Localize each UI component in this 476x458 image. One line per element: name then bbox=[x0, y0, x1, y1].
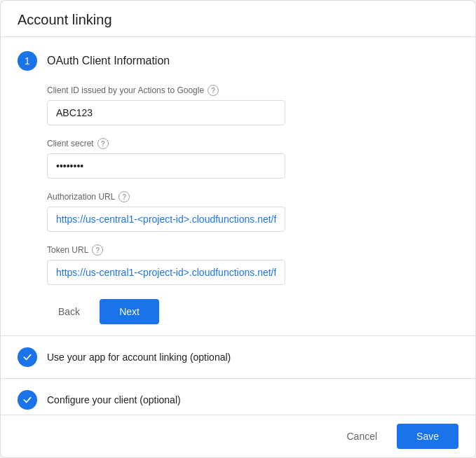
client-secret-help-icon[interactable]: ? bbox=[97, 138, 109, 149]
authorization-url-input[interactable] bbox=[47, 207, 285, 232]
step3-label: Configure your client (optional) bbox=[47, 394, 181, 405]
token-url-field-group: Token URL ? bbox=[47, 244, 458, 285]
step2-badge bbox=[18, 347, 37, 367]
client-secret-input[interactable] bbox=[47, 153, 285, 179]
client-id-field-group: Client ID issued by your Actions to Goog… bbox=[47, 85, 458, 125]
step1-section: 1 OAuth Client Information Client ID iss… bbox=[1, 37, 475, 336]
step3-badge bbox=[18, 390, 37, 410]
step1-form: Client ID issued by your Actions to Goog… bbox=[18, 85, 458, 324]
client-id-label: Client ID issued by your Actions to Goog… bbox=[47, 85, 458, 96]
dialog-footer: Cancel Save bbox=[1, 415, 475, 457]
step3-section: Configure your client (optional) bbox=[1, 379, 475, 415]
step1-badge: 1 bbox=[18, 51, 37, 71]
back-button[interactable]: Back bbox=[47, 300, 91, 323]
dialog-header: Account linking bbox=[1, 1, 475, 37]
token-url-input[interactable] bbox=[47, 260, 285, 285]
authorization-url-help-icon[interactable]: ? bbox=[118, 191, 130, 202]
dialog-body: 1 OAuth Client Information Client ID iss… bbox=[1, 37, 475, 415]
client-secret-label: Client secret ? bbox=[47, 138, 458, 149]
step2-section: Use your app for account linking (option… bbox=[1, 336, 475, 379]
step1-title: OAuth Client Information bbox=[47, 55, 170, 67]
dialog-title: Account linking bbox=[18, 12, 458, 28]
authorization-url-label: Authorization URL ? bbox=[47, 191, 458, 202]
authorization-url-field-group: Authorization URL ? bbox=[47, 191, 458, 232]
step2-label: Use your app for account linking (option… bbox=[47, 352, 231, 363]
client-id-help-icon[interactable]: ? bbox=[208, 85, 219, 96]
step1-button-row: Back Next bbox=[47, 299, 458, 324]
client-secret-field-group: Client secret ? bbox=[47, 138, 458, 179]
step2-check-icon bbox=[22, 352, 33, 363]
cancel-button[interactable]: Cancel bbox=[335, 425, 388, 447]
token-url-help-icon[interactable]: ? bbox=[92, 244, 103, 256]
step1-header: 1 OAuth Client Information bbox=[18, 51, 458, 71]
client-id-input[interactable] bbox=[47, 100, 285, 125]
account-linking-dialog: Account linking 1 OAuth Client Informati… bbox=[0, 0, 476, 458]
next-button[interactable]: Next bbox=[100, 299, 159, 324]
save-button[interactable]: Save bbox=[397, 424, 458, 449]
step3-check-icon bbox=[22, 394, 33, 405]
token-url-label: Token URL ? bbox=[47, 244, 458, 256]
